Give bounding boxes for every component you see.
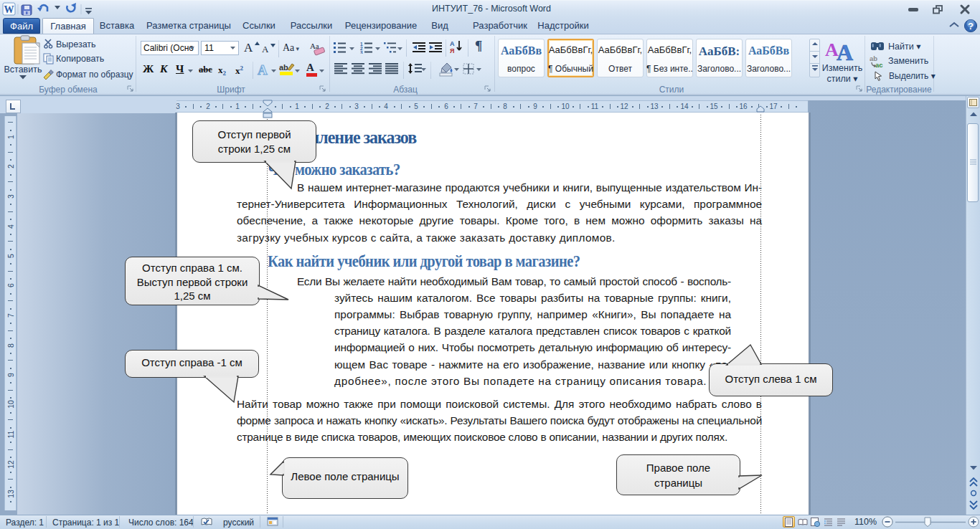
- svg-text:W: W: [4, 4, 14, 15]
- svg-text:А: А: [450, 40, 455, 47]
- svg-text:?: ?: [968, 21, 974, 32]
- svg-text:А: А: [258, 62, 268, 77]
- svg-text:ab: ab: [279, 63, 288, 72]
- svg-text:А: А: [837, 39, 853, 63]
- svg-text:3: 3: [360, 50, 363, 54]
- svg-text:ac: ac: [875, 61, 883, 68]
- svg-text:Я: Я: [450, 47, 454, 54]
